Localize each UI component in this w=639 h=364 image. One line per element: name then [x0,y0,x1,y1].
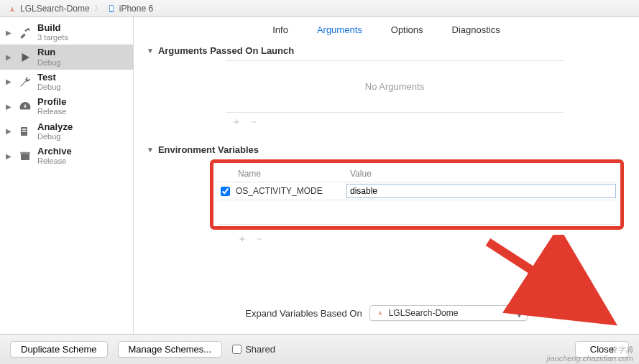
project-icon [7,4,17,14]
sidebar-item-build[interactable]: ▶ Build3 targets [0,20,133,45]
remove-env-button[interactable]: － [254,233,265,246]
sidebar-item-sub: Debug [37,83,60,91]
disclosure-down-icon: ▼ [147,146,154,154]
sidebar-item-profile[interactable]: ▶ ProfileRelease [0,94,133,118]
tab-options[interactable]: Options [391,24,423,35]
breadcrumb-project[interactable]: LGLSearch-Dome [20,4,90,14]
add-env-button[interactable]: ＋ [237,233,247,246]
duplicate-scheme-button[interactable]: Duplicate Scheme [10,341,108,358]
disclosure-triangle-icon[interactable]: ▶ [6,53,13,61]
shared-checkbox-input[interactable] [232,345,242,354]
tab-diagnostics[interactable]: Diagnostics [452,24,500,35]
sidebar-item-analyze[interactable]: ▶ AnalyzeDebug [0,119,133,144]
environment-section: ▼ Environment Variables Name Value OS_AC… [147,140,626,246]
svg-rect-1 [110,6,113,11]
sidebar-item-label: Build [37,23,68,33]
svg-rect-5 [21,154,29,160]
disclosure-triangle-icon[interactable]: ▶ [6,103,13,111]
shared-checkbox[interactable]: Shared [232,344,275,355]
sidebar-item-sub: Debug [37,132,73,141]
sidebar-item-sub: Release [37,107,66,116]
sidebar-item-label: Analyze [37,122,73,132]
environment-header[interactable]: ▼ Environment Variables [147,140,626,159]
hammer-icon [17,24,33,40]
updown-chevron-icon: ▴▾ [518,307,521,319]
sidebar-item-sub: Debug [37,58,60,67]
shared-label: Shared [245,344,275,355]
footer-bar: Duplicate Scheme Manage Schemes... Share… [0,334,639,364]
chevron-right-icon: 〉 [94,3,102,14]
tab-arguments[interactable]: Arguments [317,24,362,35]
env-column-name: Name [238,169,350,179]
manage-schemes-button[interactable]: Manage Schemes... [118,341,223,358]
no-arguments-placeholder: No Arguments [226,60,564,113]
env-column-value: Value [350,169,372,179]
scheme-sidebar: ▶ Build3 targets ▶ RunDebug ▶ TestDebug … [0,17,134,334]
env-value-input[interactable] [346,184,616,198]
section-title: Arguments Passed On Launch [158,45,294,56]
disclosure-down-icon: ▼ [147,47,154,55]
sidebar-item-run[interactable]: ▶ RunDebug [0,45,133,69]
annotation-highlight: Name Value OS_ACTIVITY_MODE [210,159,624,230]
wrench-icon [17,74,33,90]
arguments-header[interactable]: ▼ Arguments Passed On Launch [147,41,626,60]
tab-bar: Info Arguments Options Diagnostics [134,17,639,41]
sidebar-item-label: Test [37,73,60,83]
env-row[interactable]: OS_ACTIVITY_MODE [218,182,616,200]
device-icon [106,4,116,14]
play-icon [17,50,33,65]
env-name-cell[interactable]: OS_ACTIVITY_MODE [234,186,342,196]
disclosure-triangle-icon[interactable]: ▶ [6,152,13,160]
env-row-checkbox[interactable] [221,187,230,196]
disclosure-triangle-icon[interactable]: ▶ [6,29,13,37]
sidebar-item-sub: 3 targets [37,33,68,42]
sidebar-item-label: Run [37,47,60,57]
breadcrumb-device[interactable]: iPhone 6 [119,4,153,14]
analyze-icon [17,123,33,139]
disclosure-triangle-icon[interactable]: ▶ [6,127,13,135]
sidebar-item-label: Profile [37,97,66,107]
expand-value: LGLSearch-Dome [389,308,459,318]
archive-icon [17,148,33,164]
gauge-icon [17,98,33,114]
expand-variables-row: Expand Variables Based On LGLSearch-Dome… [134,295,639,334]
svg-rect-6 [20,152,30,154]
sidebar-item-test[interactable]: ▶ TestDebug [0,70,133,94]
expand-label: Expand Variables Based On [245,308,362,319]
section-title: Environment Variables [158,144,259,155]
add-argument-button[interactable]: ＋ [231,116,242,129]
project-icon [376,308,385,319]
sidebar-item-sub: Release [37,157,72,165]
close-button[interactable]: Close [575,341,629,358]
disclosure-triangle-icon[interactable]: ▶ [6,78,13,85]
sidebar-item-archive[interactable]: ▶ ArchiveRelease [0,144,133,168]
expand-target-popup[interactable]: LGLSearch-Dome ▴▾ [369,305,528,321]
remove-argument-button[interactable]: － [249,116,259,129]
sidebar-item-label: Archive [37,146,72,157]
breadcrumb: LGLSearch-Dome 〉 iPhone 6 [0,0,639,17]
arguments-section: ▼ Arguments Passed On Launch No Argument… [147,41,626,131]
content-area: Info Arguments Options Diagnostics ▼ Arg… [134,17,639,334]
tab-info[interactable]: Info [272,24,288,35]
svg-rect-4 [22,131,27,132]
svg-rect-3 [22,129,27,130]
